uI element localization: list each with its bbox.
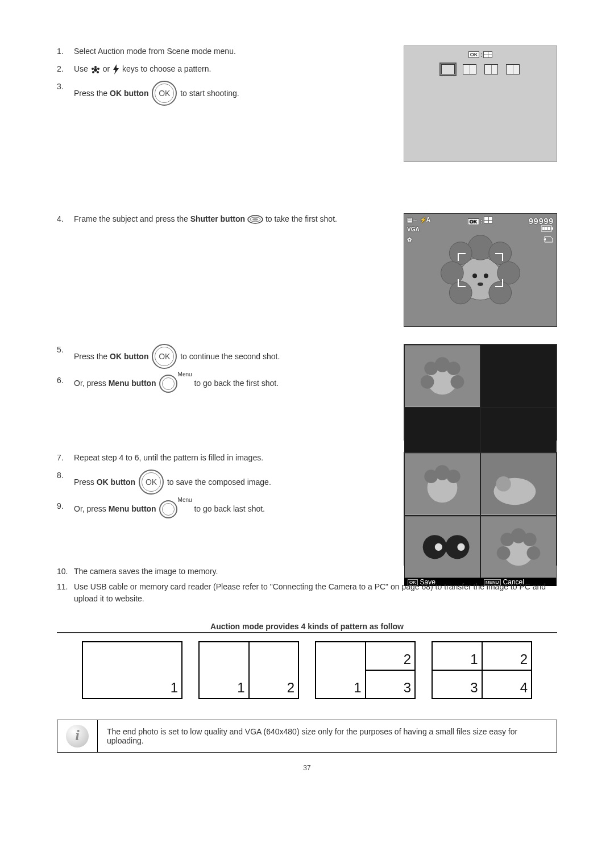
svg-point-46 [457, 543, 464, 550]
svg-point-31 [447, 362, 460, 375]
grid-cell-2 [480, 344, 557, 408]
menu-button-icon [159, 500, 177, 518]
svg-rect-23 [551, 227, 553, 230]
svg-rect-25 [545, 227, 547, 230]
svg-point-50 [500, 533, 514, 546]
svg-point-41 [496, 476, 511, 491]
step-1-text: Select Auction mode from Scene mode menu… [74, 47, 236, 56]
info-note: The end photo is set to low quality and … [57, 720, 557, 753]
svg-point-33 [451, 375, 464, 389]
svg-point-4 [92, 71, 94, 73]
svg-rect-26 [548, 227, 550, 230]
ok-badge: OK [468, 51, 480, 58]
battery-icon [541, 225, 554, 233]
ok-button-icon: OK [152, 81, 177, 106]
svg-point-0 [94, 68, 97, 72]
pattern-4: 1 2 3 4 [432, 641, 532, 699]
pattern-1: 1 [82, 641, 182, 699]
ok-button-icon: OK [139, 470, 164, 495]
ok-button-icon: OK [152, 344, 177, 369]
macro-indicator: ✿ [407, 236, 412, 243]
grid-icon-overlay [484, 217, 493, 223]
step-3: 3. Press the OK button OK to start shoot… [57, 81, 392, 106]
step-2: 2. Use or keys to choose a pattern. [57, 63, 392, 75]
pattern-option-3 [484, 64, 498, 74]
svg-point-37 [424, 470, 438, 483]
pattern-option-2 [463, 64, 476, 74]
menu-button-icon [159, 375, 177, 393]
screen-live-view: ▤← ⚡A VGA ✿ OK : 99999 [404, 213, 557, 327]
pattern-3: 1 2 3 [315, 641, 416, 699]
grid-cell-1 [404, 344, 480, 408]
svg-point-38 [447, 470, 460, 483]
screen-save: OKSave MENUCancel [404, 452, 557, 566]
svg-point-32 [421, 375, 434, 389]
note-text: The end photo is set to low quality and … [98, 720, 557, 752]
step-10: 10. The camera saves the image to memory… [57, 566, 557, 578]
resolution-indicator: VGA [407, 226, 420, 232]
step-1: 1. Select Auction mode from Scene mode m… [57, 45, 392, 57]
pattern-examples: 1 1 2 1 2 3 1 2 3 4 [57, 641, 557, 699]
manual-page: 1. Select Auction mode from Scene mode m… [0, 0, 614, 795]
screen-continue: OKContinue MENUCancel [404, 344, 557, 441]
step-6: 6. Or, press Menu button Menu to go back… [57, 375, 392, 393]
svg-point-45 [435, 543, 442, 550]
svg-point-3 [97, 68, 99, 70]
svg-rect-24 [542, 227, 545, 230]
shots-remaining: 99999 [529, 217, 554, 226]
pattern-2: 1 2 [198, 641, 299, 699]
screen-pattern-select: OK : [404, 45, 557, 162]
step-7: 7. Repeat step 4 to 6, until the pattern… [57, 452, 392, 464]
grid-cell-2 [480, 452, 557, 516]
grid-cell-1 [404, 452, 480, 516]
svg-point-30 [424, 362, 438, 375]
svg-point-9 [252, 218, 258, 221]
flash-bolt-icon [112, 64, 120, 74]
exposure-indicator: ▤← ⚡A [407, 217, 430, 223]
pattern-option-1 [441, 64, 455, 74]
svg-point-1 [94, 66, 97, 68]
svg-point-2 [92, 68, 94, 70]
step-11: 11. Use USB cable or memory card reader … [57, 581, 557, 605]
step-9: 9. Or, press Menu button Menu to go back… [57, 500, 392, 518]
svg-point-43 [423, 535, 447, 559]
svg-point-51 [523, 533, 537, 546]
macro-flower-icon [90, 65, 101, 73]
svg-point-5 [97, 71, 99, 73]
focus-bracket [458, 253, 503, 287]
svg-point-52 [497, 546, 511, 560]
card-icon [544, 235, 554, 244]
shutter-icon [247, 215, 263, 224]
svg-point-53 [527, 546, 541, 560]
ok-badge-overlay: OK [468, 218, 479, 225]
grid-icon [483, 51, 492, 58]
step-8: 8. Press OK button OK to save the compos… [57, 470, 392, 495]
pattern-option-4 [506, 64, 520, 74]
svg-marker-6 [113, 64, 119, 74]
step-5: 5. Press the OK button OK to continue th… [57, 344, 392, 369]
pattern-heading: Auction mode provides 4 kinds of pattern… [57, 622, 557, 633]
info-icon [57, 720, 98, 752]
page-number: 37 [57, 764, 557, 772]
step-4: 4. Frame the subject and press the Shutt… [57, 213, 392, 225]
